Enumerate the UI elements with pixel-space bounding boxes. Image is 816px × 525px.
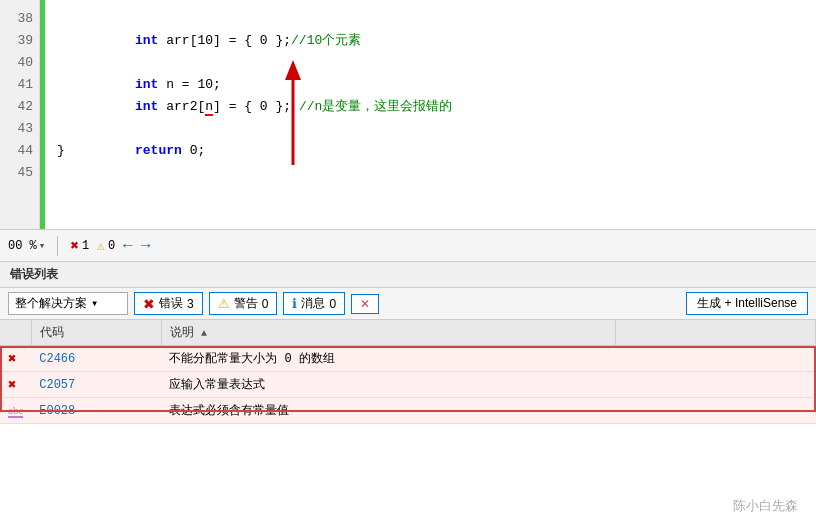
row-error-icon: ✖ xyxy=(8,351,16,367)
error-list-title: 错误列表 xyxy=(0,262,816,288)
keyword-int-40: int xyxy=(135,77,158,92)
comment-41: //n是变量，这里会报错的 xyxy=(299,99,452,114)
errors-count: 3 xyxy=(187,297,194,311)
solution-label: 整个解决方案 xyxy=(15,295,87,312)
code-line-43: return 0; xyxy=(57,118,804,140)
nav-forward-button[interactable]: → xyxy=(141,237,151,255)
error-table: 代码 说明 ▲ ✖ C2466 不能分配常量大小为 0 的数组 ✖ C2057 … xyxy=(0,320,816,424)
error-badge: ✖ 1 xyxy=(70,237,89,254)
sort-arrow: ▲ xyxy=(201,328,207,339)
row-icon-cell: ✖ xyxy=(0,346,31,372)
messages-filter-button[interactable]: ℹ 消息 0 xyxy=(283,292,345,315)
build-label: 生成 + IntelliSense xyxy=(697,295,797,312)
watermark: 陈小白先森 xyxy=(733,497,798,515)
warning-badge: ⚠ 0 xyxy=(97,238,115,254)
row-extra-cell xyxy=(616,398,816,424)
errors-filter-button[interactable]: ✖ 错误 3 xyxy=(134,292,203,315)
underlined-n: n xyxy=(205,99,213,116)
row-desc-cell: 应输入常量表达式 xyxy=(161,372,615,398)
row-extra-cell xyxy=(616,346,816,372)
col-desc: 说明 ▲ xyxy=(161,320,615,346)
zoom-value: 00 % xyxy=(8,239,37,253)
warnings-filter-icon: ⚠ xyxy=(218,296,230,311)
zoom-control[interactable]: 00 % ▾ xyxy=(8,239,45,253)
table-row: abc E0028 表达式必须含有常量值 xyxy=(0,398,816,424)
toolbar-separator xyxy=(57,236,58,256)
errors-label: 错误 xyxy=(159,295,183,312)
row-abc-icon: abc xyxy=(8,404,23,418)
code-line-38: int arr[10] = { 0 };//10个元素 xyxy=(57,8,804,30)
clear-filter-icon: ✕ xyxy=(360,297,370,311)
messages-filter-icon: ℹ xyxy=(292,296,297,311)
code-line-45 xyxy=(57,162,804,184)
comment-38: //10个元素 xyxy=(291,33,361,48)
row-code-cell: C2057 xyxy=(31,372,161,398)
error-table-container: 代码 说明 ▲ ✖ C2466 不能分配常量大小为 0 的数组 ✖ C2057 … xyxy=(0,320,816,424)
keyword-int: int xyxy=(135,33,158,48)
row-error-icon: ✖ xyxy=(8,377,16,393)
watermark-text: 陈小白先森 xyxy=(733,499,798,514)
error-list-toolbar: 整个解决方案 ▾ ✖ 错误 3 ⚠ 警告 0 ℹ 消息 0 ✕ 生成 + Int… xyxy=(0,288,816,320)
row-code-cell: C2466 xyxy=(31,346,161,372)
code-editor: 38 39 40 41 42 43 44 45 int arr[10] = { … xyxy=(0,0,816,230)
row-desc-cell: 不能分配常量大小为 0 的数组 xyxy=(161,346,615,372)
warnings-count: 0 xyxy=(262,297,269,311)
col-code-label: 代码 xyxy=(40,326,64,340)
row-code-cell: E0028 xyxy=(31,398,161,424)
error-list-panel: 错误列表 整个解决方案 ▾ ✖ 错误 3 ⚠ 警告 0 ℹ 消息 0 ✕ 生成 … xyxy=(0,262,816,424)
row-extra-cell xyxy=(616,372,816,398)
col-desc-label: 说明 xyxy=(170,326,194,340)
error-count: 1 xyxy=(82,239,89,253)
warnings-label: 警告 xyxy=(234,295,258,312)
error-table-body: ✖ C2466 不能分配常量大小为 0 的数组 ✖ C2057 应输入常量表达式… xyxy=(0,346,816,424)
editor-toolbar: 00 % ▾ ✖ 1 ⚠ 0 ← → xyxy=(0,230,816,262)
error-list-title-text: 错误列表 xyxy=(10,268,58,282)
keyword-int-41: int xyxy=(135,99,158,114)
nav-back-button[interactable]: ← xyxy=(123,237,133,255)
col-icon xyxy=(0,320,31,346)
row-icon-cell: abc xyxy=(0,398,31,424)
row-icon-cell: ✖ xyxy=(0,372,31,398)
clear-filter-button[interactable]: ✕ xyxy=(351,294,379,314)
table-row: ✖ C2466 不能分配常量大小为 0 的数组 xyxy=(0,346,816,372)
warnings-filter-button[interactable]: ⚠ 警告 0 xyxy=(209,292,278,315)
keyword-return: return xyxy=(135,143,182,158)
zoom-dropdown-icon[interactable]: ▾ xyxy=(39,239,46,252)
col-extra xyxy=(616,320,816,346)
build-button[interactable]: 生成 + IntelliSense xyxy=(686,292,808,315)
solution-dropdown[interactable]: 整个解决方案 ▾ xyxy=(8,292,128,315)
code-line-40: int n = 10; xyxy=(57,52,804,74)
table-header-row: 代码 说明 ▲ xyxy=(0,320,816,346)
error-icon: ✖ xyxy=(70,237,78,254)
code-lines: int arr[10] = { 0 };//10个元素 int n = 10; … xyxy=(45,0,816,229)
line-numbers: 38 39 40 41 42 43 44 45 xyxy=(0,0,40,229)
table-row: ✖ C2057 应输入常量表达式 xyxy=(0,372,816,398)
row-desc-cell: 表达式必须含有常量值 xyxy=(161,398,615,424)
warning-icon: ⚠ xyxy=(97,238,105,254)
solution-dropdown-arrow: ▾ xyxy=(91,296,98,311)
messages-label: 消息 xyxy=(301,295,325,312)
errors-filter-icon: ✖ xyxy=(143,296,155,312)
messages-count: 0 xyxy=(329,297,336,311)
warning-count: 0 xyxy=(108,239,115,253)
col-code: 代码 xyxy=(31,320,161,346)
